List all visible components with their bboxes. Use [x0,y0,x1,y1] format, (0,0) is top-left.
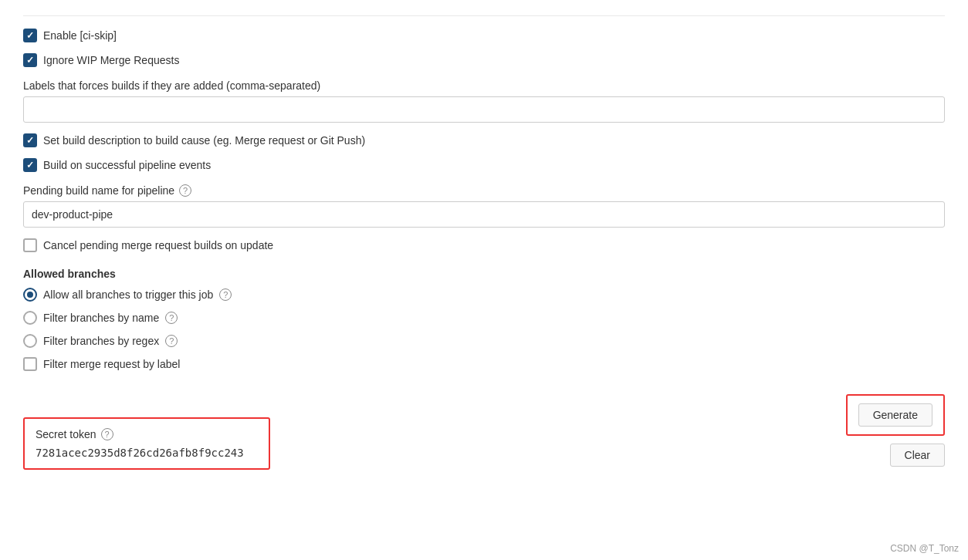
generate-section: Generate [846,394,945,436]
secret-token-value: 7281acec2935d8f26cd26afb8f9cc243 [36,447,258,459]
wip-label: Ignore WIP Merge Requests [43,54,179,66]
build-desc-checkbox[interactable] [23,133,37,147]
cancel-pending-checkbox[interactable] [23,238,37,252]
radio-name-label: Filter branches by name [43,312,159,324]
radio-name-row: Filter branches by name ? [23,311,945,325]
secret-token-label: Secret token [36,428,96,440]
cancel-pending-label: Cancel pending merge request builds on u… [43,239,273,251]
radio-all-label: Allow all branches to trigger this job [43,288,213,301]
clear-button[interactable]: Clear [890,444,945,467]
filter-regex-help-icon[interactable]: ? [165,335,178,347]
labels-field-section: Labels that forces builds if they are ad… [23,79,945,123]
build-desc-row: Set build description to build cause (eg… [23,133,945,147]
radio-regex-label: Filter branches by regex [43,335,159,347]
pending-build-input[interactable] [23,201,945,228]
ci-skip-label: Enable [ci-skip] [43,29,117,42]
action-buttons-section: Generate Clear [846,394,945,467]
allowed-branches-title: Allowed branches [23,268,945,280]
secret-token-section: Secret token ? 7281acec2935d8f26cd26afb8… [23,417,270,470]
radio-filter-regex[interactable] [23,334,37,348]
wip-row: Ignore WIP Merge Requests [23,53,945,67]
secret-token-label-row: Secret token ? [36,428,258,440]
build-success-row: Build on successful pipeline events [23,158,945,172]
radio-filter-name[interactable] [23,311,37,325]
top-divider [23,15,945,16]
form-section: Enable [ci-skip] Ignore WIP Merge Reques… [23,15,945,470]
ci-skip-checkbox[interactable] [23,29,37,42]
radio-all-branches[interactable] [23,288,37,302]
filter-merge-label: Filter merge request by label [43,358,180,370]
radio-regex-row: Filter branches by regex ? [23,334,945,348]
allowed-branches-section: Allowed branches Allow all branches to t… [23,268,945,371]
pending-build-section: Pending build name for pipeline ? [23,184,945,228]
filter-merge-checkbox[interactable] [23,357,37,371]
filter-merge-row: Filter merge request by label [23,357,945,371]
radio-all-row: Allow all branches to trigger this job ? [23,288,945,302]
labels-field-label: Labels that forces builds if they are ad… [23,79,945,92]
all-branches-help-icon[interactable]: ? [219,288,232,301]
cancel-pending-row: Cancel pending merge request builds on u… [23,238,945,252]
generate-button[interactable]: Generate [858,403,932,427]
labels-input[interactable] [23,96,945,123]
bottom-row: Secret token ? 7281acec2935d8f26cd26afb8… [23,394,945,470]
secret-token-help-icon[interactable]: ? [101,428,113,440]
filter-name-help-icon[interactable]: ? [165,312,178,324]
build-success-label: Build on successful pipeline events [43,159,211,171]
build-success-checkbox[interactable] [23,158,37,172]
ci-skip-row: Enable [ci-skip] [23,29,945,42]
build-desc-label: Set build description to build cause (eg… [43,134,365,147]
pending-build-label-row: Pending build name for pipeline ? [23,184,945,197]
pending-build-label: Pending build name for pipeline [23,184,174,197]
pending-build-help-icon[interactable]: ? [179,184,191,197]
wip-checkbox[interactable] [23,53,37,67]
